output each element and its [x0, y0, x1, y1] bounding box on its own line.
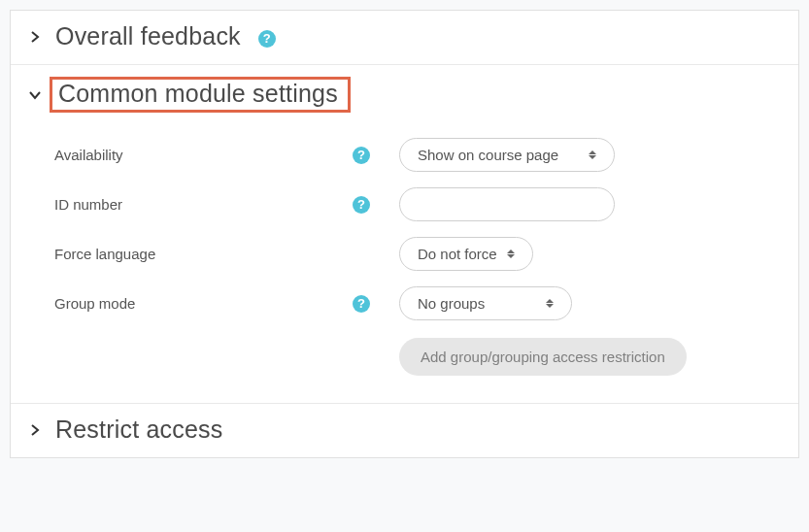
section-title: Common module settings [50, 77, 351, 113]
help-icon[interactable] [353, 295, 370, 313]
force-language-select[interactable]: Do not force [399, 237, 533, 271]
sort-caret-icon [507, 249, 515, 258]
section-header-common-module[interactable]: Common module settings [11, 65, 798, 126]
label-text: Group mode [54, 295, 135, 312]
section-common-module-settings: Common module settings Availability Show… [11, 65, 798, 404]
row-availability: Availability Show on course page [54, 130, 781, 180]
label-id-number: ID number [54, 196, 399, 214]
row-group-mode: Group mode No groups [54, 279, 781, 328]
availability-select[interactable]: Show on course page [399, 138, 615, 172]
label-text: ID number [54, 196, 122, 213]
help-icon[interactable] [258, 30, 276, 48]
sort-caret-icon [546, 299, 554, 308]
label-text: Availability [54, 147, 123, 163]
label-availability: Availability [54, 147, 399, 164]
select-value: No groups [418, 295, 485, 312]
label-group-mode: Group mode [54, 295, 399, 313]
section-header-restrict-access[interactable]: Restrict access [11, 404, 798, 457]
section-overall-feedback: Overall feedback [11, 11, 798, 65]
section-title: Overall feedback [55, 22, 241, 50]
chevron-right-icon [28, 30, 42, 44]
chevron-right-icon [28, 423, 42, 437]
settings-panel: Overall feedback Common module settings … [10, 10, 799, 458]
group-mode-select[interactable]: No groups [399, 286, 572, 320]
section-restrict-access: Restrict access [11, 404, 798, 457]
sort-caret-icon [589, 150, 596, 159]
label-text: Force language [54, 246, 155, 262]
chevron-down-icon [28, 88, 42, 102]
row-id-number: ID number [54, 180, 781, 229]
section-title: Restrict access [55, 416, 222, 444]
row-group-restriction-button: Add group/grouping access restriction [54, 328, 781, 385]
select-value: Do not force [418, 246, 497, 262]
add-group-restriction-button[interactable]: Add group/grouping access restriction [399, 338, 687, 376]
help-icon[interactable] [353, 147, 370, 164]
help-icon[interactable] [353, 196, 370, 214]
section-header-overall-feedback[interactable]: Overall feedback [11, 11, 798, 64]
label-force-language: Force language [54, 246, 399, 262]
row-force-language: Force language Do not force [54, 229, 781, 279]
section-body-common-module: Availability Show on course page ID numb… [11, 126, 798, 403]
id-number-input[interactable] [399, 187, 615, 221]
select-value: Show on course page [418, 147, 558, 163]
